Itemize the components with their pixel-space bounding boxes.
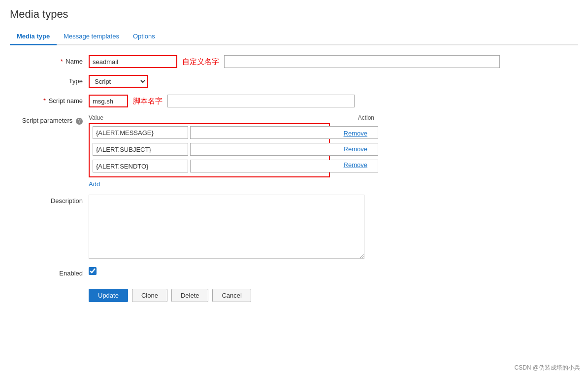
param-value-input-2[interactable]	[93, 143, 188, 156]
tab-options[interactable]: Options	[126, 29, 162, 45]
type-select[interactable]: Script Email SMS Jabber Ez Texting	[89, 75, 148, 88]
param-value-input-3[interactable]	[93, 160, 188, 172]
script-name-input[interactable]	[89, 95, 128, 107]
script-params-label: Script parameters ?	[10, 114, 89, 125]
buttons-row: Update Clone Delete Cancel	[10, 289, 578, 302]
page-wrapper: Media types Media type Message templates…	[0, 0, 588, 376]
type-row: Type Script Email SMS Jabber Ez Texting	[10, 75, 578, 88]
footer-text: CSDN @伪装成塔的小兵	[514, 364, 580, 371]
type-label: Type	[10, 75, 89, 85]
remove-links-group: Remove Remove Remove	[334, 123, 367, 172]
params-action-col-header: Action	[340, 114, 374, 121]
enabled-label: Enabled	[10, 267, 89, 277]
param-value-input-1[interactable]	[93, 126, 188, 139]
enabled-label-text: Enabled	[59, 270, 83, 277]
help-icon[interactable]: ?	[76, 118, 83, 125]
remove-link-2[interactable]: Remove	[338, 145, 367, 153]
name-extra-input[interactable]	[224, 55, 500, 68]
type-label-text: Type	[69, 77, 83, 85]
tab-media-type[interactable]: Media type	[10, 29, 57, 45]
add-link[interactable]: Add	[89, 180, 578, 188]
enabled-field-group	[89, 267, 578, 275]
script-name-required: *	[43, 97, 46, 104]
tab-message-templates[interactable]: Message templates	[57, 29, 126, 45]
remove-link-3[interactable]: Remove	[338, 161, 367, 169]
params-value-col-header: Value	[89, 114, 340, 121]
enabled-row: Enabled	[10, 267, 578, 277]
script-name-extra-input[interactable]	[167, 95, 355, 107]
form-area: * Name 自定义名字 Type Script Email SMS Jabbe…	[10, 45, 578, 302]
name-label: * Name	[10, 55, 89, 65]
description-label: Description	[10, 195, 89, 205]
description-row: Description	[10, 195, 578, 260]
description-textarea[interactable]	[89, 195, 364, 259]
script-name-row: * Script name 脚本名字	[10, 95, 578, 107]
cancel-button[interactable]: Cancel	[212, 289, 251, 302]
name-required: *	[61, 58, 63, 65]
script-params-row: Script parameters ? Value Action	[10, 114, 578, 188]
delete-button[interactable]: Delete	[171, 289, 209, 302]
name-label-text: Name	[65, 58, 83, 65]
script-name-label: * Script name	[10, 95, 89, 104]
name-annotation: 自定义名字	[182, 57, 219, 67]
name-row: * Name 自定义名字	[10, 55, 578, 68]
update-button[interactable]: Update	[89, 289, 128, 302]
script-params-field-group: Value Action	[89, 114, 578, 188]
page-title: Media types	[10, 8, 578, 21]
footer: CSDN @伪装成塔的小兵	[506, 360, 588, 376]
enabled-checkbox[interactable]	[89, 267, 97, 275]
script-name-field-group: 脚本名字	[89, 95, 578, 107]
name-input[interactable]	[89, 55, 177, 68]
script-name-label-text: Script name	[49, 97, 83, 104]
remove-link-1[interactable]: Remove	[338, 130, 367, 137]
tabs-bar: Media type Message templates Options	[10, 29, 578, 45]
clone-button[interactable]: Clone	[132, 289, 167, 302]
script-name-annotation: 脚本名字	[133, 97, 163, 106]
description-field-group	[89, 195, 578, 260]
script-params-label-text: Script parameters	[22, 117, 73, 124]
params-header: Value Action	[89, 114, 374, 121]
type-field-group: Script Email SMS Jabber Ez Texting	[89, 75, 578, 88]
description-label-text: Description	[51, 197, 83, 205]
params-red-group	[89, 123, 330, 177]
name-field-group: 自定义名字	[89, 55, 578, 68]
